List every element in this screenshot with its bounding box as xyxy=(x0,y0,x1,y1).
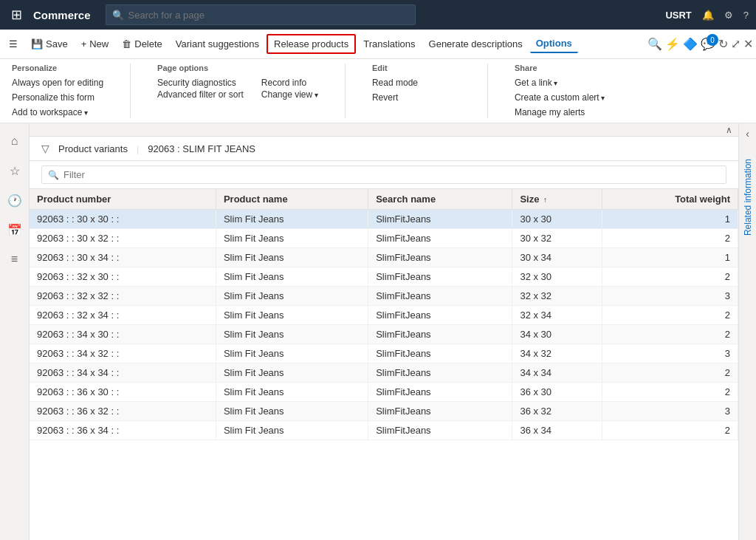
close-icon[interactable]: ✕ xyxy=(743,37,753,51)
user-label: USRT xyxy=(665,10,691,21)
col-header-weight[interactable]: Total weight xyxy=(602,189,738,210)
variant-suggestions-button[interactable]: Variant suggestions xyxy=(170,35,265,52)
ribbon-custom-alert[interactable]: Create a custom alert xyxy=(515,92,605,103)
cell-search: SlimFitJeans xyxy=(368,267,512,287)
sidebar-icon-clock[interactable]: 🕐 xyxy=(3,188,27,212)
release-products-button[interactable]: Release products xyxy=(267,34,356,54)
right-panel-arrow[interactable]: ‹ xyxy=(746,123,749,144)
ribbon-personalize-form[interactable]: Personalize this form xyxy=(12,92,103,103)
translations-button[interactable]: Translations xyxy=(357,35,421,52)
search-toolbar-icon[interactable]: 🔍 xyxy=(647,37,662,51)
ribbon-always-open[interactable]: Always open for editing xyxy=(12,77,103,89)
cell-name: Slim Fit Jeans xyxy=(216,248,368,267)
search-input[interactable] xyxy=(128,10,409,21)
search-icon: 🔍 xyxy=(112,10,124,21)
delete-button[interactable]: 🗑 Delete xyxy=(116,35,168,52)
ribbon-change-view[interactable]: Change view xyxy=(261,89,318,100)
dynamics-icon[interactable]: 🔷 xyxy=(683,37,698,51)
ribbon-manage-alerts[interactable]: Manage my alerts xyxy=(515,106,605,118)
col-header-name[interactable]: Product name xyxy=(216,189,368,210)
ribbon-record-info[interactable]: Record info xyxy=(261,77,318,89)
ribbon-share-group: Share Get a link Create a custom alert M… xyxy=(515,64,605,118)
generate-descriptions-button[interactable]: Generate descriptions xyxy=(423,35,529,52)
hamburger-button[interactable]: ☰ xyxy=(3,35,24,52)
cell-name: Slim Fit Jeans xyxy=(216,363,368,383)
variants-title: Product variants xyxy=(58,143,128,154)
ribbon-add-workspace[interactable]: Add to workspace xyxy=(12,106,103,118)
refresh-icon[interactable]: ↻ xyxy=(718,37,728,51)
ribbon-read-mode[interactable]: Read mode xyxy=(372,77,461,89)
bell-icon[interactable]: 🔔 xyxy=(702,10,714,21)
cell-search: SlimFitJeans xyxy=(368,229,512,248)
cell-number[interactable]: 92063 : : 34 x 32 : : xyxy=(30,344,216,363)
table-row: 92063 : : 36 x 34 : : Slim Fit Jeans Sli… xyxy=(30,421,738,440)
cell-number[interactable]: 92063 : : 30 x 30 : : xyxy=(30,210,216,229)
cell-number[interactable]: 92063 : : 32 x 32 : : xyxy=(30,287,216,306)
collapse-icon[interactable]: ∧ xyxy=(726,125,732,135)
cell-number[interactable]: 92063 : : 36 x 34 : : xyxy=(30,421,216,440)
save-button[interactable]: 💾 Save xyxy=(25,35,74,52)
main-layout: ⌂ ☆ 🕐 📅 ≡ ∧ ▽ Product variants | 92063 :… xyxy=(0,123,756,540)
popout-icon[interactable]: ⤢ xyxy=(731,37,740,51)
cell-search: SlimFitJeans xyxy=(368,344,512,363)
sidebar-icon-calendar[interactable]: 📅 xyxy=(3,218,27,242)
new-button[interactable]: + New xyxy=(75,35,115,52)
cell-number[interactable]: 92063 : : 32 x 34 : : xyxy=(30,306,216,325)
cell-name: Slim Fit Jeans xyxy=(216,210,368,229)
cell-size: 34 x 34 xyxy=(512,363,602,383)
delete-icon: 🗑 xyxy=(122,38,131,49)
ribbon-revert[interactable]: Revert xyxy=(372,92,461,103)
ribbon-sep-1 xyxy=(130,64,131,118)
cell-number[interactable]: 92063 : : 36 x 30 : : xyxy=(30,383,216,402)
cell-search: SlimFitJeans xyxy=(368,248,512,267)
ribbon: Personalize Always open for editing Pers… xyxy=(0,59,756,123)
variants-subtitle: 92063 : SLIM FIT JEANS xyxy=(148,143,255,154)
settings-icon[interactable]: ⚙ xyxy=(724,10,733,21)
ribbon-get-link[interactable]: Get a link xyxy=(515,77,605,89)
cell-number[interactable]: 92063 : : 34 x 34 : : xyxy=(30,363,216,383)
filter-input-wrap[interactable]: 🔍 xyxy=(41,165,726,184)
cell-number[interactable]: 92063 : : 30 x 34 : : xyxy=(30,248,216,267)
connect-icon[interactable]: ⚡ xyxy=(665,37,680,51)
cell-number[interactable]: 92063 : : 34 x 30 : : xyxy=(30,325,216,344)
cell-number[interactable]: 92063 : : 36 x 32 : : xyxy=(30,402,216,421)
search-bar[interactable]: 🔍 xyxy=(106,4,416,25)
grid-icon[interactable]: ⊞ xyxy=(7,7,26,23)
col-header-size[interactable]: Size ↑ xyxy=(512,189,602,210)
related-info-label[interactable]: Related information xyxy=(743,159,753,236)
cell-size: 30 x 30 xyxy=(512,210,602,229)
left-sidebar: ⌂ ☆ 🕐 📅 ≡ xyxy=(0,123,30,540)
sidebar-icon-star[interactable]: ☆ xyxy=(3,159,27,182)
cell-search: SlimFitJeans xyxy=(368,210,512,229)
toolbar: ☰ 💾 Save + New 🗑 Delete Variant suggesti… xyxy=(0,30,756,59)
notification-badge: 0 xyxy=(707,34,718,46)
cell-weight: 2 xyxy=(602,421,738,440)
ribbon-edit-group: Edit Read mode Revert xyxy=(372,64,461,103)
sidebar-icon-home[interactable]: ⌂ xyxy=(3,129,27,153)
variants-header: ▽ Product variants | 92063 : SLIM FIT JE… xyxy=(30,137,738,161)
cell-number[interactable]: 92063 : : 32 x 30 : : xyxy=(30,267,216,287)
table-row: 92063 : : 34 x 30 : : Slim Fit Jeans Sli… xyxy=(30,325,738,344)
options-button[interactable]: Options xyxy=(530,35,578,53)
col-header-search[interactable]: Search name xyxy=(368,189,512,210)
toolbar-right: 🔍 ⚡ 🔷 💬 0 ↻ ⤢ ✕ xyxy=(647,37,753,51)
cell-number[interactable]: 92063 : : 30 x 32 : : xyxy=(30,229,216,248)
ribbon-security-diagnostics[interactable]: Security diagnostics xyxy=(157,77,244,89)
content-area: ∧ ▽ Product variants | 92063 : SLIM FIT … xyxy=(30,123,738,540)
filter-input[interactable] xyxy=(63,169,720,180)
save-icon: 💾 xyxy=(31,38,43,49)
top-nav: ⊞ Commerce 🔍 USRT 🔔 ⚙ ? xyxy=(0,0,756,30)
cell-size: 32 x 30 xyxy=(512,267,602,287)
cell-name: Slim Fit Jeans xyxy=(216,421,368,440)
cell-weight: 2 xyxy=(602,383,738,402)
col-header-number[interactable]: Product number xyxy=(30,189,216,210)
top-nav-right: USRT 🔔 ⚙ ? xyxy=(665,10,749,21)
ribbon-sep-2 xyxy=(345,64,346,118)
cell-weight: 2 xyxy=(602,306,738,325)
cell-name: Slim Fit Jeans xyxy=(216,402,368,421)
sidebar-icon-list[interactable]: ≡ xyxy=(3,247,27,271)
ribbon-personalize-title: Personalize xyxy=(12,64,103,72)
filter-icon[interactable]: ▽ xyxy=(41,143,49,154)
ribbon-advanced-filter[interactable]: Advanced filter or sort xyxy=(157,89,244,100)
help-icon[interactable]: ? xyxy=(743,10,749,21)
